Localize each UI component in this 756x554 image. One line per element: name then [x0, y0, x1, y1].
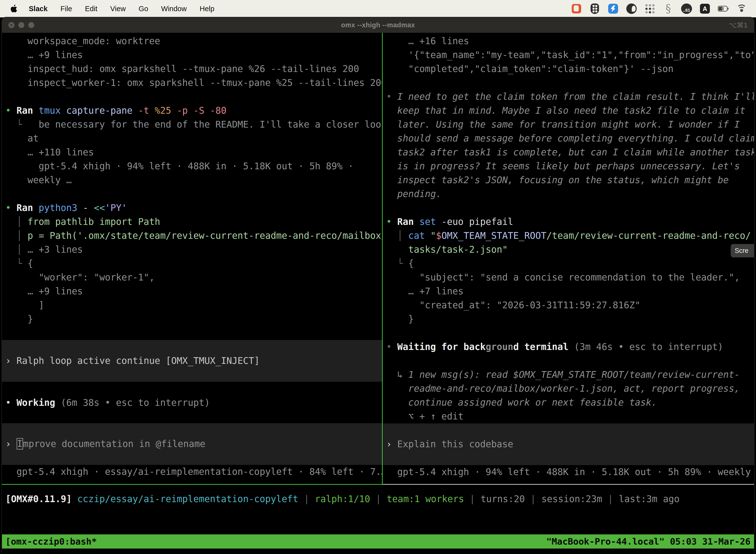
terminal-line: gpt-5.4 xhigh · 94% left · 488K in · 5.1…: [2, 159, 382, 173]
menu-item-help[interactable]: Help: [200, 5, 214, 13]
text-cursor: I: [17, 438, 23, 449]
terminal-line: └ {: [2, 257, 382, 271]
terminal-line: ]: [2, 298, 382, 312]
terminal-line: later. Using the same for transition mig…: [383, 118, 754, 131]
terminal-line: "worker": "worker-1",: [2, 271, 382, 284]
terminal-line: "created_at": "2026-03-31T11:59:27.816Z": [383, 298, 754, 312]
terminal-line: workspace_mode: worktree: [2, 34, 382, 48]
terminal-line: [383, 326, 754, 340]
terminal-content: workspace_mode: worktree … +9 lines insp…: [2, 33, 754, 554]
tmux-status-bar[interactable]: [omx-cczip0:bash* "MacBook-Pro-44.local"…: [2, 535, 754, 549]
omx-status-line: [OMX#0.11.9] cczip/essay/ai-reimplementa…: [2, 492, 754, 506]
terminal-line: keep that in mind. Maybe I also need the…: [383, 104, 754, 118]
shield-grid-icon[interactable]: [589, 3, 600, 14]
terminal-line: … +9 lines: [2, 284, 382, 298]
terminal-line: "subject": "send a concise recommendatio…: [383, 271, 754, 284]
terminal-line: readme-and-reco/mailbox/worker-1.json, a…: [383, 382, 754, 396]
terminal-line: is in progress? It seems likely but perh…: [383, 159, 754, 173]
close-button[interactable]: [8, 22, 14, 28]
prompt-input[interactable]: › Explain this codebase: [383, 424, 754, 465]
pane-status-line: gpt-5.4 xhigh · essay/ai-reimplementatio…: [2, 465, 382, 479]
screenshot-tooltip: Scre: [731, 244, 754, 258]
pane-bottom-border: [2, 484, 754, 485]
terminal-line: weekly …: [2, 173, 382, 187]
input-source-icon[interactable]: A: [699, 3, 710, 14]
crescent-circle-icon[interactable]: [626, 3, 637, 14]
terminal-line: "completed","claim_token":"claim-token"}…: [383, 62, 754, 76]
menu-bar: SlackFileEditViewGoWindowHelp § ..61 A: [0, 0, 756, 17]
terminal-line: '{"team_name":"my-team","task_id":"1","f…: [383, 48, 754, 62]
app-menus: SlackFileEditViewGoWindowHelp: [29, 5, 214, 13]
left-terminal-pane[interactable]: workspace_mode: worktree … +9 lines insp…: [2, 33, 382, 484]
terminal-line: inspect_hud: omx sparkshell --tmux-pane …: [2, 62, 382, 76]
terminal-window: omx --xhigh --madmax ⌥⌘1 workspace_mode:…: [2, 17, 754, 554]
terminal-line: [2, 187, 382, 201]
tmux-host-clock-label: "MacBook-Pro-44.local" 05:03 31-Mar-26: [546, 536, 751, 547]
countdown-badge-icon[interactable]: ..61: [681, 3, 692, 14]
menu-item-go[interactable]: Go: [139, 5, 148, 13]
battery-icon[interactable]: [718, 3, 729, 14]
right-terminal-pane[interactable]: … +16 lines '{"team_name":"my-team","tas…: [383, 33, 754, 484]
terminal-line: [383, 201, 754, 215]
terminal-line: • Ran tmux capture-pane -t %25 -p -S -80: [2, 104, 382, 118]
wifi-icon[interactable]: [736, 3, 747, 14]
terminal-line: }: [2, 312, 382, 326]
blue-zap-icon[interactable]: [608, 3, 619, 14]
apple-menu-icon[interactable]: [10, 4, 17, 13]
pane-status-line: gpt-5.4 xhigh · 94% left · 488K in · 5.1…: [383, 465, 754, 479]
terminal-line: • I need to get the claim token from the…: [383, 90, 754, 104]
terminal-line: [383, 354, 754, 368]
terminal-line: … +110 lines: [2, 146, 382, 159]
window-title-bar[interactable]: omx --xhigh --madmax ⌥⌘1: [2, 17, 754, 33]
terminal-line: … +7 lines: [383, 284, 754, 298]
traffic-light-buttons[interactable]: [8, 17, 34, 33]
terminal-line: │ from pathlib import Path: [2, 215, 382, 229]
terminal-line: • Working (6m 38s • esc to interrupt): [2, 396, 382, 410]
terminal-line: inspect task2's JSON, focusing on the st…: [383, 173, 754, 187]
zoom-button[interactable]: [28, 22, 34, 28]
terminal-line: ↳ 1 new msg(s): read $OMX_TEAM_STATE_ROO…: [383, 368, 754, 382]
terminal-line: tasks/task-2.json": [383, 243, 754, 257]
ralph-loop-banner: › Ralph loop active continue [OMX_TMUX_I…: [2, 340, 382, 382]
terminal-line: │ p = Path('.omx/state/team/review-curre…: [2, 229, 382, 243]
menu-item-slack[interactable]: Slack: [29, 5, 48, 13]
terminal-line: └ be necessary for the end of the README…: [2, 118, 382, 131]
menu-item-window[interactable]: Window: [161, 5, 187, 13]
terminal-line: … +9 lines: [2, 48, 382, 62]
window-title: omx --xhigh --madmax: [341, 21, 415, 29]
terminal-line: at: [2, 131, 382, 146]
terminal-line: • Ran python3 - <<'PY': [2, 201, 382, 215]
notification-bubble-icon[interactable]: [571, 3, 582, 14]
terminal-line: task2 after task1 is complete, but can I…: [383, 146, 754, 159]
squiggle-icon[interactable]: §: [663, 3, 674, 14]
terminal-line: inspect_worker-1: omx sparkshell --tmux-…: [2, 76, 382, 90]
dots-grid-icon[interactable]: [644, 3, 655, 14]
terminal-line: │ cat "$OMX_TEAM_STATE_ROOT/team/review-…: [383, 229, 754, 243]
terminal-line: }: [383, 312, 754, 326]
omx-status-bar: [OMX#0.11.9] cczip/essay/ai-reimplementa…: [2, 485, 754, 506]
terminal-line: … +16 lines: [383, 34, 754, 48]
terminal-line: │ … +3 lines: [2, 243, 382, 257]
terminal-line: [2, 90, 382, 104]
menu-item-file[interactable]: File: [61, 5, 72, 13]
minimize-button[interactable]: [18, 22, 24, 28]
prompt-input[interactable]: › Improve documentation in @filename: [2, 423, 382, 465]
window-shortcut-hint: ⌥⌘1: [729, 21, 748, 29]
terminal-line: ⌥ + ↑ edit: [383, 409, 754, 424]
terminal-line: pending.: [383, 187, 754, 201]
menu-item-edit[interactable]: Edit: [85, 5, 98, 13]
terminal-line: • Ran set -euo pipefail: [383, 215, 754, 229]
menu-item-view[interactable]: View: [110, 5, 126, 13]
terminal-line: └ {: [383, 257, 754, 271]
tmux-session-label: [omx-cczip0:bash*: [5, 536, 97, 547]
terminal-line: [383, 76, 754, 90]
terminal-line: should send a message before completing …: [383, 131, 754, 146]
menu-bar-status-icons: § ..61 A: [571, 3, 756, 14]
terminal-line: continue assigned work or next feasible …: [383, 396, 754, 409]
terminal-line: • Waiting for background terminal (3m 46…: [383, 340, 754, 354]
